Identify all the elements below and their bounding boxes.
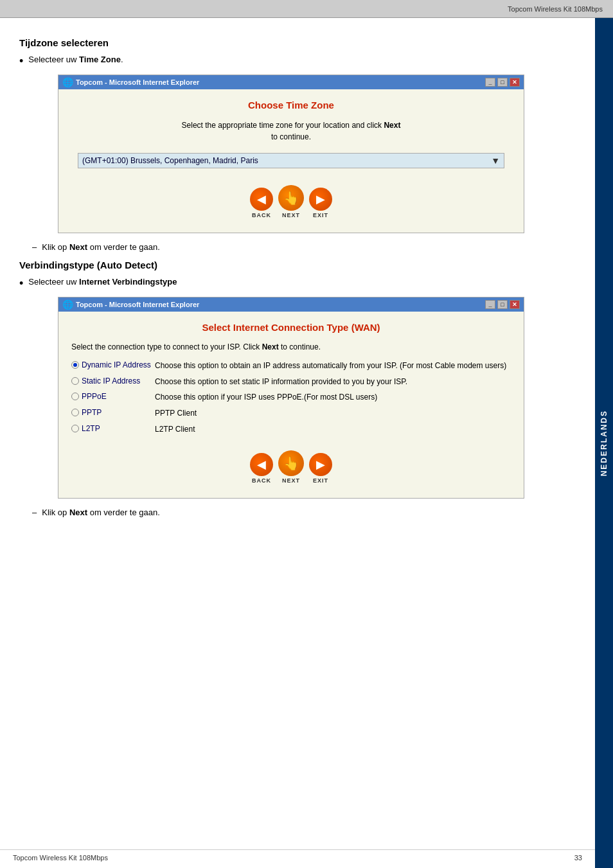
timezone-dropdown[interactable]: (GMT+01:00) Brussels, Copenhagen, Madrid…: [78, 153, 504, 168]
close-btn-2[interactable]: ✕: [510, 300, 520, 309]
header-title: Topcom Wireless Kit 108Mbps: [508, 5, 603, 13]
radio-pptp[interactable]: [71, 409, 79, 416]
window-controls-1: _ □ ✕: [485, 78, 520, 87]
connection-desc-4: L2TP Client: [155, 424, 511, 435]
exit-label-2: EXIT: [313, 477, 328, 484]
next-label-1: NEXT: [282, 212, 300, 218]
section2-dash: – Klik op Next om verder te gaan.: [32, 508, 563, 517]
exit-button-1[interactable]: ▶: [309, 188, 332, 211]
right-sidebar: NEDERLANDS: [595, 18, 613, 868]
nav-buttons-1: ◀ BACK 👆 NEXT ▶ EXIT: [71, 179, 511, 222]
browser-subdescription-2: Select the connection type to connect to…: [71, 342, 511, 353]
browser-titlebar-title-2: Topcom - Microsoft Internet Explorer: [76, 301, 199, 308]
close-btn-1[interactable]: ✕: [510, 78, 520, 87]
back-btn-group-1: ◀ BACK: [250, 188, 273, 218]
dash-char-1: –: [32, 242, 37, 252]
next-button-1[interactable]: 👆: [278, 185, 304, 211]
section1-dash: – Klik op Next om verder te gaan.: [32, 242, 563, 252]
browser-icon-1: 🌐: [62, 77, 73, 87]
connection-desc-0: Choose this option to obtain an IP addre…: [155, 360, 511, 371]
next-btn-group-2: 👆 NEXT: [278, 450, 304, 484]
sidebar-language-label: NEDERLANDS: [600, 410, 609, 476]
browser-body-1: Choose Time Zone Select the appropriate …: [58, 89, 524, 233]
radio-label-2[interactable]: PPPoE: [71, 392, 155, 401]
radio-label-1[interactable]: Static IP Address: [71, 376, 155, 385]
minimize-btn-2[interactable]: _: [485, 300, 495, 309]
next-label-2: NEXT: [282, 477, 300, 484]
exit-label-1: EXIT: [313, 212, 328, 218]
section2-bullet-text: Selecteer uw Internet Verbindingstype: [28, 277, 177, 287]
footer-left: Topcom Wireless Kit 108Mbps: [13, 854, 108, 862]
exit-button-2[interactable]: ▶: [309, 453, 332, 476]
section1-heading: Tijdzone selecteren: [19, 37, 563, 48]
minimize-btn-1[interactable]: _: [485, 78, 495, 87]
restore-btn-1[interactable]: □: [497, 78, 508, 87]
connection-row-4: L2TP L2TP Client: [71, 424, 511, 435]
section2-bullet: • Selecteer uw Internet Verbindingstype: [19, 277, 563, 289]
connection-row-1: Static IP Address Choose this option to …: [71, 376, 511, 387]
browser-window-2: 🌐 Topcom - Microsoft Internet Explorer _…: [58, 297, 524, 499]
page-header: Topcom Wireless Kit 108Mbps: [0, 0, 613, 18]
connection-row-3: PPTP PPTP Client: [71, 408, 511, 419]
timezone-value: (GMT+01:00) Brussels, Copenhagen, Madrid…: [82, 156, 491, 165]
window-controls-2: _ □ ✕: [485, 300, 520, 309]
exit-btn-group-1: ▶ EXIT: [309, 188, 332, 218]
connection-row-2: PPPoE Choose this option if your ISP use…: [71, 392, 511, 403]
back-button-2[interactable]: ◀: [250, 453, 273, 476]
radio-label-3[interactable]: PPTP: [71, 408, 155, 417]
radio-static-ip[interactable]: [71, 377, 79, 385]
connection-desc-1: Choose this option to set static IP info…: [155, 376, 511, 387]
page-footer: Topcom Wireless Kit 108Mbps 33: [0, 849, 595, 862]
browser-titlebar-2: 🌐 Topcom - Microsoft Internet Explorer _…: [58, 297, 524, 312]
next-button-2[interactable]: 👆: [278, 450, 304, 476]
browser-description-1: Select the appropriate time zone for you…: [71, 120, 511, 143]
back-button-1[interactable]: ◀: [250, 188, 273, 211]
next-btn-group-1: 👆 NEXT: [278, 185, 304, 218]
connection-options: Dynamic IP Address Choose this option to…: [71, 360, 511, 435]
browser-window-1: 🌐 Topcom - Microsoft Internet Explorer _…: [58, 75, 524, 233]
exit-btn-group-2: ▶ EXIT: [309, 453, 332, 484]
connection-desc-3: PPTP Client: [155, 408, 511, 419]
browser-body-2: Select Internet Connection Type (WAN) Se…: [58, 312, 524, 498]
browser-titlebar-1: 🌐 Topcom - Microsoft Internet Explorer _…: [58, 75, 524, 89]
browser-icon-2: 🌐: [62, 299, 73, 310]
section1-bullet: • Selecteer uw Time Zone.: [19, 55, 563, 67]
bullet-dot-2: •: [19, 278, 23, 289]
browser-titlebar-title-1: Topcom - Microsoft Internet Explorer: [76, 78, 199, 86]
radio-dynamic-ip[interactable]: [71, 361, 79, 369]
main-content: Tijdzone selecteren • Selecteer uw Time …: [0, 18, 595, 538]
dash-char-2: –: [32, 508, 37, 517]
radio-l2tp[interactable]: [71, 425, 79, 432]
back-label-1: BACK: [252, 212, 271, 218]
section1-bullet-text: Selecteer uw Time Zone.: [28, 55, 123, 64]
nav-buttons-2: ◀ BACK 👆 NEXT ▶ EXIT: [71, 444, 511, 488]
dropdown-arrow-icon: ▼: [491, 155, 500, 166]
section2-heading: Verbindingstype (Auto Detect): [19, 260, 563, 270]
connection-desc-2: Choose this option if your ISP uses PPPo…: [155, 392, 511, 403]
footer-page-number: 33: [574, 854, 582, 862]
radio-label-0[interactable]: Dynamic IP Address: [71, 360, 155, 369]
back-label-2: BACK: [252, 477, 271, 484]
radio-label-4[interactable]: L2TP: [71, 424, 155, 433]
bullet-dot-1: •: [19, 55, 23, 67]
browser-page-title-2: Select Internet Connection Type (WAN): [71, 322, 511, 333]
browser-page-title-1: Choose Time Zone: [71, 100, 511, 111]
radio-pppoe[interactable]: [71, 393, 79, 400]
connection-row-0: Dynamic IP Address Choose this option to…: [71, 360, 511, 371]
back-btn-group-2: ◀ BACK: [250, 453, 273, 484]
restore-btn-2[interactable]: □: [497, 300, 508, 309]
